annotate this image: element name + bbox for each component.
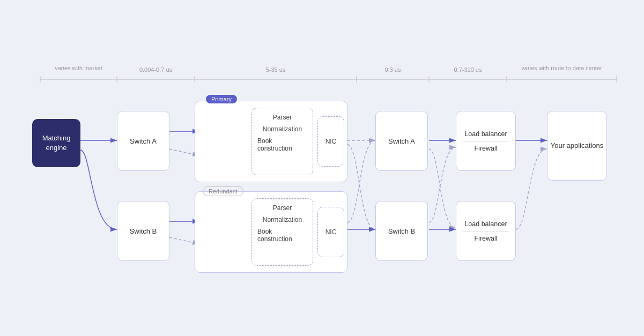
primary-normalization-label: Normalization bbox=[263, 125, 302, 133]
lb-fw-bottom-node: Load balancer Firewall bbox=[456, 201, 516, 261]
redundant-parser-label: Parser bbox=[273, 204, 292, 212]
switch-b-right-label: Switch B bbox=[388, 227, 416, 235]
matching-engine-label: Matching engine bbox=[32, 133, 80, 153]
lb-top-label: Load balancer bbox=[464, 130, 507, 138]
latency-label-1: varies with market bbox=[40, 64, 117, 72]
primary-parser-label: Parser bbox=[273, 114, 292, 121]
switch-a-left-node: Switch A bbox=[117, 111, 169, 171]
primary-nic-label: NIC bbox=[325, 138, 337, 145]
redundant-inner-box: Parser Normalization Book construction bbox=[251, 198, 313, 266]
redundant-book-construction-label: Book construction bbox=[257, 228, 307, 243]
switch-b-left-label: Switch B bbox=[130, 227, 157, 235]
switch-a-right-label: Switch A bbox=[388, 137, 415, 145]
primary-inner-box: Parser Normalization Book construction bbox=[251, 108, 313, 175]
redundant-badge: Redundant bbox=[203, 186, 243, 196]
lb-fw-top-node: Load balancer Firewall bbox=[456, 111, 516, 171]
latency-label-4: 0.3 us bbox=[357, 66, 429, 73]
latency-label-5: 0.7-310 us bbox=[429, 66, 507, 73]
redundant-nic-label: NIC bbox=[325, 228, 337, 236]
primary-nic-box: NIC bbox=[317, 116, 344, 167]
primary-group-outer: Primary FPGA A FPGA B Parser Normalizati… bbox=[195, 101, 347, 182]
primary-book-construction-label: Book construction bbox=[257, 137, 307, 152]
fw-bottom-label: Firewall bbox=[474, 235, 497, 242]
your-apps-node: Your applications bbox=[547, 111, 607, 181]
redundant-group-outer: Redundant FPGA A FPGA B Parser Normaliza… bbox=[195, 191, 347, 273]
switch-a-left-label: Switch A bbox=[130, 137, 157, 145]
lb-fw-bottom-divider bbox=[462, 231, 509, 232]
switch-b-right-node: Switch B bbox=[375, 201, 428, 261]
diagram-container: varies with market 0.004-0.7 us 5-35 us … bbox=[0, 0, 644, 336]
primary-badge: Primary bbox=[206, 95, 237, 103]
switch-b-left-node: Switch B bbox=[117, 201, 169, 261]
redundant-normalization-label: Normalization bbox=[263, 216, 302, 223]
latency-label-2: 0.004-0.7 us bbox=[117, 66, 195, 73]
lb-bottom-label: Load balancer bbox=[464, 220, 507, 228]
fw-top-label: Firewall bbox=[474, 145, 497, 152]
switch-a-right-node: Switch A bbox=[375, 111, 428, 171]
matching-engine-node: Matching engine bbox=[32, 119, 80, 167]
lb-fw-top-divider bbox=[462, 141, 509, 141]
your-apps-label: Your applications bbox=[551, 141, 604, 151]
latency-label-6: varies with route to data center bbox=[507, 64, 617, 72]
latency-label-3: 5-35 us bbox=[195, 66, 357, 73]
redundant-nic-box: NIC bbox=[317, 207, 344, 257]
